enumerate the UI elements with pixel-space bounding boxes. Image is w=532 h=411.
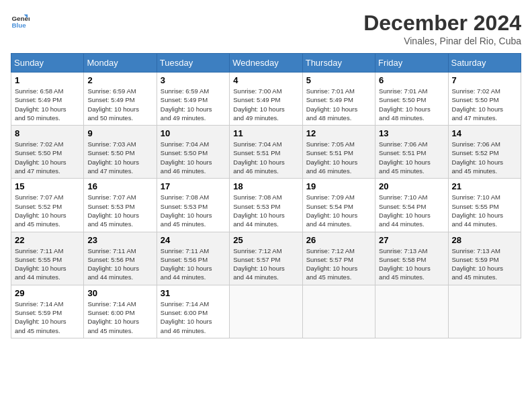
day-number: 19 xyxy=(306,181,371,191)
calendar-day-14: 14Sunrise: 7:06 AM Sunset: 5:52 PM Dayli… xyxy=(448,126,521,179)
day-number: 13 xyxy=(379,128,444,138)
day-info: Sunrise: 7:13 AM Sunset: 5:59 PM Dayligh… xyxy=(452,246,517,282)
day-info: Sunrise: 7:06 AM Sunset: 5:52 PM Dayligh… xyxy=(452,140,517,175)
calendar-subtitle: Vinales, Pinar del Rio, Cuba xyxy=(363,36,521,46)
day-number: 24 xyxy=(161,235,226,245)
day-info: Sunrise: 7:10 AM Sunset: 5:54 PM Dayligh… xyxy=(379,193,444,228)
day-info: Sunrise: 7:13 AM Sunset: 5:58 PM Dayligh… xyxy=(379,246,444,282)
calendar-day-20: 20Sunrise: 7:10 AM Sunset: 5:54 PM Dayli… xyxy=(375,179,448,232)
calendar-day-26: 26Sunrise: 7:12 AM Sunset: 5:57 PM Dayli… xyxy=(302,232,375,285)
day-number: 30 xyxy=(87,288,152,298)
empty-cell xyxy=(302,285,375,338)
day-info: Sunrise: 7:03 AM Sunset: 5:50 PM Dayligh… xyxy=(87,140,152,175)
weekday-header-saturday: Saturday xyxy=(448,54,521,73)
day-info: Sunrise: 7:01 AM Sunset: 5:50 PM Dayligh… xyxy=(379,87,444,122)
weekday-header-sunday: Sunday xyxy=(11,54,84,73)
day-number: 6 xyxy=(379,75,444,85)
calendar-title: December 2024 xyxy=(363,11,521,36)
empty-cell xyxy=(230,285,302,338)
day-number: 18 xyxy=(233,181,298,191)
day-number: 7 xyxy=(452,75,517,85)
day-info: Sunrise: 7:14 AM Sunset: 6:00 PM Dayligh… xyxy=(161,300,226,335)
day-number: 20 xyxy=(379,181,444,191)
weekday-header-thursday: Thursday xyxy=(302,54,375,73)
calendar-week-4: 22Sunrise: 7:11 AM Sunset: 5:55 PM Dayli… xyxy=(11,232,521,285)
calendar-day-4: 4Sunrise: 7:00 AM Sunset: 5:49 PM Daylig… xyxy=(230,73,302,126)
calendar-day-5: 5Sunrise: 7:01 AM Sunset: 5:49 PM Daylig… xyxy=(302,73,375,126)
day-info: Sunrise: 7:00 AM Sunset: 5:49 PM Dayligh… xyxy=(233,87,298,122)
weekday-header-tuesday: Tuesday xyxy=(157,54,229,73)
day-info: Sunrise: 7:12 AM Sunset: 5:57 PM Dayligh… xyxy=(306,246,371,282)
day-number: 31 xyxy=(161,288,226,298)
day-info: Sunrise: 7:02 AM Sunset: 5:50 PM Dayligh… xyxy=(15,140,80,175)
day-info: Sunrise: 7:11 AM Sunset: 5:56 PM Dayligh… xyxy=(161,246,226,282)
calendar-day-17: 17Sunrise: 7:08 AM Sunset: 5:53 PM Dayli… xyxy=(157,179,229,232)
day-info: Sunrise: 7:05 AM Sunset: 5:51 PM Dayligh… xyxy=(306,140,371,175)
day-number: 10 xyxy=(161,128,226,138)
day-info: Sunrise: 7:14 AM Sunset: 5:59 PM Dayligh… xyxy=(15,300,80,335)
day-number: 22 xyxy=(15,235,80,245)
calendar-day-15: 15Sunrise: 7:07 AM Sunset: 5:52 PM Dayli… xyxy=(11,179,84,232)
calendar-week-1: 1Sunrise: 6:58 AM Sunset: 5:49 PM Daylig… xyxy=(11,73,521,126)
calendar-day-19: 19Sunrise: 7:09 AM Sunset: 5:54 PM Dayli… xyxy=(302,179,375,232)
day-info: Sunrise: 7:12 AM Sunset: 5:57 PM Dayligh… xyxy=(233,246,298,282)
day-number: 8 xyxy=(15,128,80,138)
day-info: Sunrise: 7:08 AM Sunset: 5:53 PM Dayligh… xyxy=(161,193,226,228)
day-info: Sunrise: 7:08 AM Sunset: 5:53 PM Dayligh… xyxy=(233,193,298,228)
day-number: 4 xyxy=(233,75,298,85)
day-number: 16 xyxy=(87,181,152,191)
day-number: 1 xyxy=(15,75,80,85)
calendar-day-24: 24Sunrise: 7:11 AM Sunset: 5:56 PM Dayli… xyxy=(157,232,229,285)
calendar-day-27: 27Sunrise: 7:13 AM Sunset: 5:58 PM Dayli… xyxy=(375,232,448,285)
calendar-week-5: 29Sunrise: 7:14 AM Sunset: 5:59 PM Dayli… xyxy=(11,285,521,338)
day-info: Sunrise: 7:04 AM Sunset: 5:50 PM Dayligh… xyxy=(161,140,226,175)
title-area: December 2024 Vinales, Pinar del Rio, Cu… xyxy=(363,11,521,46)
day-info: Sunrise: 7:11 AM Sunset: 5:55 PM Dayligh… xyxy=(15,246,80,282)
calendar-day-11: 11Sunrise: 7:04 AM Sunset: 5:51 PM Dayli… xyxy=(230,126,302,179)
weekday-header-friday: Friday xyxy=(375,54,448,73)
calendar-table: SundayMondayTuesdayWednesdayThursdayFrid… xyxy=(11,53,521,338)
day-number: 11 xyxy=(233,128,298,138)
day-number: 27 xyxy=(379,235,444,245)
day-info: Sunrise: 6:59 AM Sunset: 5:49 PM Dayligh… xyxy=(87,87,152,122)
day-number: 23 xyxy=(87,235,152,245)
calendar-day-25: 25Sunrise: 7:12 AM Sunset: 5:57 PM Dayli… xyxy=(230,232,302,285)
calendar-day-2: 2Sunrise: 6:59 AM Sunset: 5:49 PM Daylig… xyxy=(84,73,157,126)
day-info: Sunrise: 7:11 AM Sunset: 5:56 PM Dayligh… xyxy=(87,246,152,282)
calendar-day-7: 7Sunrise: 7:02 AM Sunset: 5:50 PM Daylig… xyxy=(448,73,521,126)
calendar-day-8: 8Sunrise: 7:02 AM Sunset: 5:50 PM Daylig… xyxy=(11,126,84,179)
header: General Blue December 2024 Vinales, Pina… xyxy=(11,11,521,46)
calendar-day-28: 28Sunrise: 7:13 AM Sunset: 5:59 PM Dayli… xyxy=(448,232,521,285)
calendar-day-30: 30Sunrise: 7:14 AM Sunset: 6:00 PM Dayli… xyxy=(84,285,157,338)
day-info: Sunrise: 7:10 AM Sunset: 5:55 PM Dayligh… xyxy=(452,193,517,228)
day-number: 9 xyxy=(87,128,152,138)
day-number: 15 xyxy=(15,181,80,191)
day-number: 2 xyxy=(87,75,152,85)
day-number: 28 xyxy=(452,235,517,245)
day-number: 26 xyxy=(306,235,371,245)
calendar-day-29: 29Sunrise: 7:14 AM Sunset: 5:59 PM Dayli… xyxy=(11,285,84,338)
day-number: 5 xyxy=(306,75,371,85)
calendar-day-21: 21Sunrise: 7:10 AM Sunset: 5:55 PM Dayli… xyxy=(448,179,521,232)
calendar-day-9: 9Sunrise: 7:03 AM Sunset: 5:50 PM Daylig… xyxy=(84,126,157,179)
day-info: Sunrise: 6:59 AM Sunset: 5:49 PM Dayligh… xyxy=(161,87,226,122)
calendar-week-2: 8Sunrise: 7:02 AM Sunset: 5:50 PM Daylig… xyxy=(11,126,521,179)
calendar-week-3: 15Sunrise: 7:07 AM Sunset: 5:52 PM Dayli… xyxy=(11,179,521,232)
calendar-day-6: 6Sunrise: 7:01 AM Sunset: 5:50 PM Daylig… xyxy=(375,73,448,126)
day-number: 21 xyxy=(452,181,517,191)
calendar-day-12: 12Sunrise: 7:05 AM Sunset: 5:51 PM Dayli… xyxy=(302,126,375,179)
day-info: Sunrise: 7:06 AM Sunset: 5:51 PM Dayligh… xyxy=(379,140,444,175)
day-info: Sunrise: 7:02 AM Sunset: 5:50 PM Dayligh… xyxy=(452,87,517,122)
day-number: 14 xyxy=(452,128,517,138)
empty-cell xyxy=(375,285,448,338)
day-info: Sunrise: 6:58 AM Sunset: 5:49 PM Dayligh… xyxy=(15,87,80,122)
day-info: Sunrise: 7:04 AM Sunset: 5:51 PM Dayligh… xyxy=(233,140,298,175)
logo: General Blue xyxy=(11,11,30,30)
calendar-day-23: 23Sunrise: 7:11 AM Sunset: 5:56 PM Dayli… xyxy=(84,232,157,285)
day-number: 29 xyxy=(15,288,80,298)
calendar-day-13: 13Sunrise: 7:06 AM Sunset: 5:51 PM Dayli… xyxy=(375,126,448,179)
calendar-day-18: 18Sunrise: 7:08 AM Sunset: 5:53 PM Dayli… xyxy=(230,179,302,232)
calendar-day-31: 31Sunrise: 7:14 AM Sunset: 6:00 PM Dayli… xyxy=(157,285,229,338)
calendar-day-10: 10Sunrise: 7:04 AM Sunset: 5:50 PM Dayli… xyxy=(157,126,229,179)
weekday-header-monday: Monday xyxy=(84,54,157,73)
